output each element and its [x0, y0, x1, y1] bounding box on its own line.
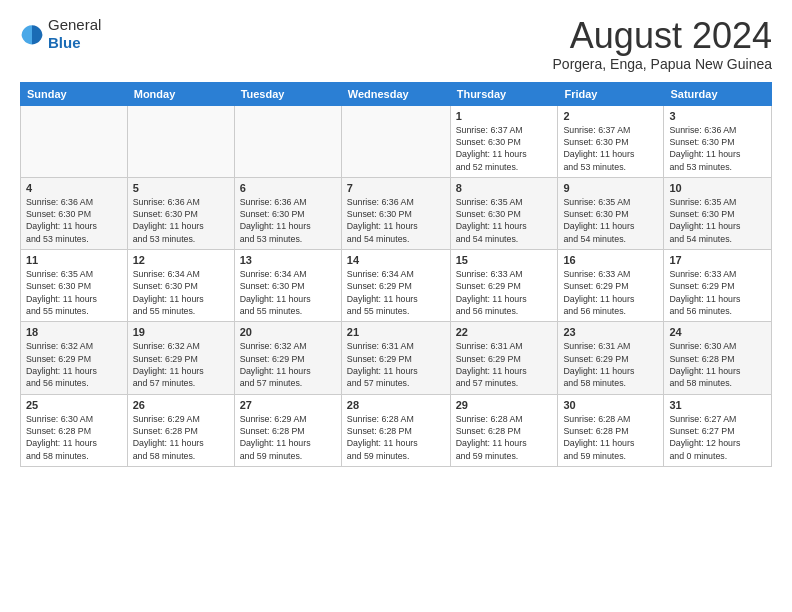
- day-info: Sunrise: 6:29 AM Sunset: 6:28 PM Dayligh…: [240, 413, 336, 462]
- day-number: 30: [563, 399, 658, 411]
- day-info: Sunrise: 6:28 AM Sunset: 6:28 PM Dayligh…: [347, 413, 445, 462]
- day-number: 25: [26, 399, 122, 411]
- day-number: 13: [240, 254, 336, 266]
- month-year: August 2024: [553, 16, 772, 56]
- day-info: Sunrise: 6:35 AM Sunset: 6:30 PM Dayligh…: [563, 196, 658, 245]
- table-row: 14Sunrise: 6:34 AM Sunset: 6:29 PM Dayli…: [341, 250, 450, 322]
- table-row: 29Sunrise: 6:28 AM Sunset: 6:28 PM Dayli…: [450, 394, 558, 466]
- day-number: 15: [456, 254, 553, 266]
- day-info: Sunrise: 6:31 AM Sunset: 6:29 PM Dayligh…: [347, 340, 445, 389]
- table-row: 31Sunrise: 6:27 AM Sunset: 6:27 PM Dayli…: [664, 394, 772, 466]
- calendar-week-row: 18Sunrise: 6:32 AM Sunset: 6:29 PM Dayli…: [21, 322, 772, 394]
- table-row: 10Sunrise: 6:35 AM Sunset: 6:30 PM Dayli…: [664, 177, 772, 249]
- logo-blue: Blue: [48, 34, 101, 52]
- day-info: Sunrise: 6:27 AM Sunset: 6:27 PM Dayligh…: [669, 413, 766, 462]
- day-number: 11: [26, 254, 122, 266]
- logo-icon: [20, 22, 44, 46]
- day-number: 21: [347, 326, 445, 338]
- day-number: 2: [563, 110, 658, 122]
- table-row: 7Sunrise: 6:36 AM Sunset: 6:30 PM Daylig…: [341, 177, 450, 249]
- table-row: 3Sunrise: 6:36 AM Sunset: 6:30 PM Daylig…: [664, 105, 772, 177]
- day-number: 16: [563, 254, 658, 266]
- calendar-week-row: 4Sunrise: 6:36 AM Sunset: 6:30 PM Daylig…: [21, 177, 772, 249]
- day-info: Sunrise: 6:34 AM Sunset: 6:30 PM Dayligh…: [240, 268, 336, 317]
- calendar-week-row: 25Sunrise: 6:30 AM Sunset: 6:28 PM Dayli…: [21, 394, 772, 466]
- day-number: 8: [456, 182, 553, 194]
- table-row: 22Sunrise: 6:31 AM Sunset: 6:29 PM Dayli…: [450, 322, 558, 394]
- col-friday: Friday: [558, 82, 664, 105]
- col-wednesday: Wednesday: [341, 82, 450, 105]
- table-row: [341, 105, 450, 177]
- day-info: Sunrise: 6:32 AM Sunset: 6:29 PM Dayligh…: [133, 340, 229, 389]
- calendar-header-row: Sunday Monday Tuesday Wednesday Thursday…: [21, 82, 772, 105]
- day-info: Sunrise: 6:37 AM Sunset: 6:30 PM Dayligh…: [563, 124, 658, 173]
- day-number: 14: [347, 254, 445, 266]
- table-row: 23Sunrise: 6:31 AM Sunset: 6:29 PM Dayli…: [558, 322, 664, 394]
- table-row: 30Sunrise: 6:28 AM Sunset: 6:28 PM Dayli…: [558, 394, 664, 466]
- day-info: Sunrise: 6:28 AM Sunset: 6:28 PM Dayligh…: [456, 413, 553, 462]
- calendar-week-row: 1Sunrise: 6:37 AM Sunset: 6:30 PM Daylig…: [21, 105, 772, 177]
- table-row: 1Sunrise: 6:37 AM Sunset: 6:30 PM Daylig…: [450, 105, 558, 177]
- day-info: Sunrise: 6:36 AM Sunset: 6:30 PM Dayligh…: [133, 196, 229, 245]
- day-info: Sunrise: 6:31 AM Sunset: 6:29 PM Dayligh…: [563, 340, 658, 389]
- day-info: Sunrise: 6:33 AM Sunset: 6:29 PM Dayligh…: [456, 268, 553, 317]
- day-number: 23: [563, 326, 658, 338]
- table-row: 8Sunrise: 6:35 AM Sunset: 6:30 PM Daylig…: [450, 177, 558, 249]
- table-row: 25Sunrise: 6:30 AM Sunset: 6:28 PM Dayli…: [21, 394, 128, 466]
- table-row: 24Sunrise: 6:30 AM Sunset: 6:28 PM Dayli…: [664, 322, 772, 394]
- title-area: August 2024 Porgera, Enga, Papua New Gui…: [553, 16, 772, 72]
- day-number: 7: [347, 182, 445, 194]
- day-info: Sunrise: 6:32 AM Sunset: 6:29 PM Dayligh…: [240, 340, 336, 389]
- day-info: Sunrise: 6:35 AM Sunset: 6:30 PM Dayligh…: [26, 268, 122, 317]
- table-row: 2Sunrise: 6:37 AM Sunset: 6:30 PM Daylig…: [558, 105, 664, 177]
- day-number: 3: [669, 110, 766, 122]
- table-row: 5Sunrise: 6:36 AM Sunset: 6:30 PM Daylig…: [127, 177, 234, 249]
- col-tuesday: Tuesday: [234, 82, 341, 105]
- table-row: 11Sunrise: 6:35 AM Sunset: 6:30 PM Dayli…: [21, 250, 128, 322]
- day-info: Sunrise: 6:37 AM Sunset: 6:30 PM Dayligh…: [456, 124, 553, 173]
- day-info: Sunrise: 6:31 AM Sunset: 6:29 PM Dayligh…: [456, 340, 553, 389]
- table-row: 26Sunrise: 6:29 AM Sunset: 6:28 PM Dayli…: [127, 394, 234, 466]
- day-number: 19: [133, 326, 229, 338]
- logo: General Blue: [20, 16, 101, 52]
- table-row: 17Sunrise: 6:33 AM Sunset: 6:29 PM Dayli…: [664, 250, 772, 322]
- day-info: Sunrise: 6:33 AM Sunset: 6:29 PM Dayligh…: [563, 268, 658, 317]
- page-header: General Blue August 2024 Porgera, Enga, …: [20, 16, 772, 72]
- day-info: Sunrise: 6:36 AM Sunset: 6:30 PM Dayligh…: [240, 196, 336, 245]
- day-number: 26: [133, 399, 229, 411]
- day-number: 20: [240, 326, 336, 338]
- logo-general: General: [48, 16, 101, 34]
- day-number: 28: [347, 399, 445, 411]
- day-info: Sunrise: 6:30 AM Sunset: 6:28 PM Dayligh…: [26, 413, 122, 462]
- col-saturday: Saturday: [664, 82, 772, 105]
- table-row: 15Sunrise: 6:33 AM Sunset: 6:29 PM Dayli…: [450, 250, 558, 322]
- logo-text: General Blue: [48, 16, 101, 52]
- day-number: 24: [669, 326, 766, 338]
- table-row: 4Sunrise: 6:36 AM Sunset: 6:30 PM Daylig…: [21, 177, 128, 249]
- col-thursday: Thursday: [450, 82, 558, 105]
- table-row: 9Sunrise: 6:35 AM Sunset: 6:30 PM Daylig…: [558, 177, 664, 249]
- day-number: 4: [26, 182, 122, 194]
- table-row: 18Sunrise: 6:32 AM Sunset: 6:29 PM Dayli…: [21, 322, 128, 394]
- day-info: Sunrise: 6:35 AM Sunset: 6:30 PM Dayligh…: [456, 196, 553, 245]
- day-info: Sunrise: 6:30 AM Sunset: 6:28 PM Dayligh…: [669, 340, 766, 389]
- table-row: 28Sunrise: 6:28 AM Sunset: 6:28 PM Dayli…: [341, 394, 450, 466]
- day-info: Sunrise: 6:36 AM Sunset: 6:30 PM Dayligh…: [347, 196, 445, 245]
- day-info: Sunrise: 6:29 AM Sunset: 6:28 PM Dayligh…: [133, 413, 229, 462]
- table-row: 27Sunrise: 6:29 AM Sunset: 6:28 PM Dayli…: [234, 394, 341, 466]
- table-row: 6Sunrise: 6:36 AM Sunset: 6:30 PM Daylig…: [234, 177, 341, 249]
- day-number: 17: [669, 254, 766, 266]
- col-monday: Monday: [127, 82, 234, 105]
- day-number: 29: [456, 399, 553, 411]
- day-number: 27: [240, 399, 336, 411]
- day-info: Sunrise: 6:32 AM Sunset: 6:29 PM Dayligh…: [26, 340, 122, 389]
- calendar-week-row: 11Sunrise: 6:35 AM Sunset: 6:30 PM Dayli…: [21, 250, 772, 322]
- day-info: Sunrise: 6:28 AM Sunset: 6:28 PM Dayligh…: [563, 413, 658, 462]
- day-info: Sunrise: 6:34 AM Sunset: 6:29 PM Dayligh…: [347, 268, 445, 317]
- day-number: 22: [456, 326, 553, 338]
- table-row: [21, 105, 128, 177]
- day-info: Sunrise: 6:36 AM Sunset: 6:30 PM Dayligh…: [26, 196, 122, 245]
- day-number: 10: [669, 182, 766, 194]
- table-row: [127, 105, 234, 177]
- day-number: 6: [240, 182, 336, 194]
